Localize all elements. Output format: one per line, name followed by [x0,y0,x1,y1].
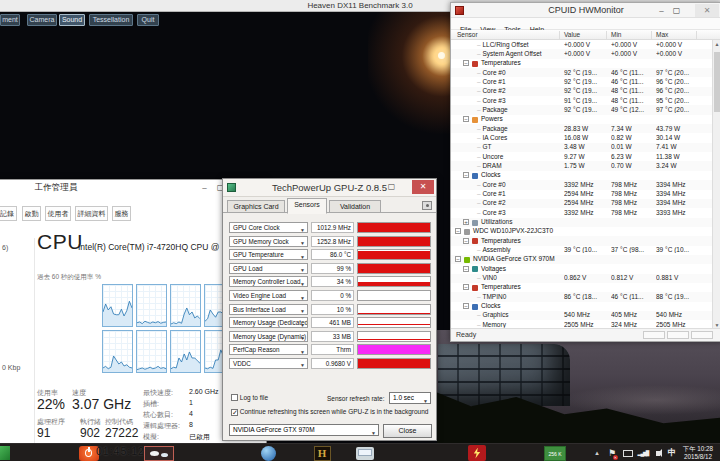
sensor-select[interactable]: Memory Controller Load▼ [229,276,308,287]
gpuz-titlebar[interactable]: TechPowerUp GPU-Z 0.8.5 – ▢ ✕ [223,179,436,197]
tree-row-clocks[interactable]: −Clocks [451,171,713,180]
maximize-button[interactable]: ▢ [384,180,399,193]
hwmonitor-titlebar[interactable]: CPUID HWMonitor – ▢ ✕ [451,3,720,18]
collapse-icon[interactable]: − [463,172,469,178]
collapse-icon[interactable]: − [463,60,469,66]
scroll-up-icon[interactable]: ▲ [713,40,720,49]
tree-row-uncore[interactable]: – Uncore9.27 W6.23 W11.38 W [451,152,713,161]
minimize-button[interactable]: – [369,180,384,193]
vertical-scrollbar[interactable]: ▲ ▼ [712,40,720,330]
close-button[interactable]: ✕ [695,4,719,17]
tab-詳細資料[interactable]: 詳細資料 [75,206,108,221]
collapse-icon[interactable]: − [463,266,469,272]
collapse-icon[interactable]: − [455,228,461,234]
maximize-button[interactable]: ▢ [669,4,684,17]
collapse-icon[interactable]: − [463,303,469,309]
sensor-select[interactable]: GPU Core Clock▼ [229,222,308,233]
sensor-select[interactable]: PerfCap Reason▼ [229,344,308,355]
tab-啟動[interactable]: 啟動 [22,206,41,221]
tab-validation[interactable]: Validation [329,200,381,213]
scrollbar-thumb[interactable] [714,52,720,112]
taskbar-app-green[interactable] [0,445,10,461]
close-dialog-button[interactable]: Close [383,424,432,438]
tree-row-powers[interactable]: −Powers [451,115,713,124]
log-to-file-checkbox[interactable] [231,394,238,401]
tree-row-core-3[interactable]: – Core #33392 MHz798 MHz3393 MHz [451,208,713,217]
tree-row-dram[interactable]: – DRAM1.75 W0.70 W3.24 W [451,161,713,170]
heaven-button-quit[interactable]: Quit [137,14,159,26]
sensor-select[interactable]: Memory Usage (Dedicated)▼ [229,317,308,328]
taskbar-app-monitor[interactable] [350,445,380,461]
taskbar-app-lightning[interactable] [462,445,492,461]
tab-sensors[interactable]: Sensors [287,198,327,214]
tree-row-llc-ring-offset[interactable]: – LLC/Ring Offset+0.000 V+0.000 V+0.000 … [451,40,713,49]
tree-row-core-3[interactable]: – Core #391 °C (19...48 °C (11...95 °C (… [451,96,713,105]
tree-row-vin0[interactable]: – VIN00.862 V0.812 V0.881 V [451,274,713,283]
tree-row-assembly[interactable]: – Assembly39 °C (10...37 °C (98...39 °C … [451,246,713,255]
sensor-select[interactable]: GPU Load▼ [229,263,308,274]
network-signal-icon[interactable]: ▂▄▆█ [636,444,650,461]
taskbar-app-active-highlighted[interactable] [143,445,175,461]
gpu-select[interactable]: NVIDIA GeForce GTX 970M▼ [229,424,379,436]
tree-row-wdc-wd10jpvx-22jc3t0[interactable]: −WDC WD10JPVX-22JC3T0 [451,227,713,236]
column-value[interactable]: Value [564,31,580,38]
close-button[interactable]: ✕ [412,180,434,194]
heaven-button-sound[interactable]: Sound [59,14,85,26]
ime-indicator[interactable]: 中 [666,444,678,461]
tree-row-temperatures[interactable]: −Temperatures [451,283,713,292]
tree-row-clocks[interactable]: −Clocks [451,302,713,311]
tree-row-core-0[interactable]: – Core #092 °C (19...46 °C (11...97 °C (… [451,68,713,77]
tree-row-core-2[interactable]: – Core #292 °C (19...48 °C (11...96 °C (… [451,87,713,96]
tree-row-gt[interactable]: – GT3.48 W0.01 W7.41 W [451,143,713,152]
sensor-select[interactable]: GPU Temperature▼ [229,249,308,260]
tab-使用者[interactable]: 使用者 [45,206,71,221]
sensor-select[interactable]: VDDC▼ [229,358,308,369]
tab-graphics-card[interactable]: Graphics Card [227,200,285,213]
tree-row-voltages[interactable]: −Voltages [451,264,713,273]
refresh-rate-select[interactable]: 1.0 sec▼ [389,392,431,404]
tree-row-utilizations[interactable]: +Utilizations [451,218,713,227]
touch-keyboard-icon[interactable] [621,444,634,461]
sensor-select[interactable]: Bus Interface Load▼ [229,304,308,315]
action-center-flag-icon[interactable]: ⚑✕ [606,444,618,461]
sensor-select[interactable]: Memory Usage (Dynamic)▼ [229,331,308,342]
heaven-button-camera[interactable]: Camera [27,14,57,26]
minimize-button[interactable]: – [654,4,669,17]
sensor-select[interactable]: GPU Memory Clock▼ [229,236,308,247]
tree-row-ia-cores[interactable]: – IA Cores16.08 W0.82 W30.14 W [451,133,713,142]
tree-row-graphics[interactable]: – Graphics540 MHz405 MHz540 MHz [451,311,713,320]
column-min[interactable]: Min [611,31,621,38]
continue-refresh-checkbox[interactable]: ✓ [231,409,238,416]
expand-icon[interactable]: + [463,219,469,225]
minimize-button[interactable]: – [197,181,212,194]
column-max[interactable]: Max [656,31,668,38]
tree-row-core-0[interactable]: – Core #03392 MHz798 MHz3394 MHz [451,180,713,189]
column-sensor[interactable]: Sensor [457,31,478,38]
screenshot-camera-icon[interactable] [422,201,432,210]
tree-row-temperatures[interactable]: −Temperatures [451,236,713,245]
collapse-icon[interactable]: − [463,116,469,122]
tree-row-system-agent-offset[interactable]: – System Agent Offset+0.000 V+0.000 V+0.… [451,49,713,58]
tree-row-package[interactable]: – Package28.83 W7.34 W43.79 W [451,124,713,133]
sensor-select[interactable]: Video Engine Load▼ [229,290,308,301]
heaven-button-ment[interactable]: ment [0,14,20,26]
tree-row-temperatures[interactable]: −Temperatures [451,59,713,68]
collapse-icon[interactable]: − [463,284,469,290]
tree-row-nvidia-geforce-gtx-970m[interactable]: −NVIDIA GeForce GTX 970M [451,255,713,264]
tree-row-tmpin0[interactable]: – TMPIN086 °C (18...46 °C (11...88 °C (1… [451,292,713,301]
taskbar-app-blue-circle[interactable] [253,445,283,461]
collapse-icon[interactable]: − [455,256,461,262]
tree-row-package[interactable]: – Package92 °C (19...49 °C (12...97 °C (… [451,105,713,114]
hidden-icons-arrow-icon[interactable]: ▴ [592,444,602,461]
collapse-icon[interactable]: − [463,238,469,244]
tree-row-core-2[interactable]: – Core #22594 MHz798 MHz3394 MHz [451,199,713,208]
taskbar-app-network-meter[interactable]: 256 K [538,445,572,461]
tree-row-core-1[interactable]: – Core #192 °C (19...46 °C (11...96 °C (… [451,77,713,86]
heaven-button-tessellation[interactable]: Tessellation [89,14,133,26]
tab-服務[interactable]: 服務 [112,206,131,221]
tab-記錄[interactable]: 記錄 [0,206,17,221]
tray-clock[interactable]: 下午 10:28 2015/8/12 [678,445,718,461]
taskbar-app-heaven[interactable]: H [308,445,336,461]
volume-icon[interactable] [652,444,664,461]
tree-row-core-1[interactable]: – Core #12594 MHz798 MHz3394 MHz [451,190,713,199]
